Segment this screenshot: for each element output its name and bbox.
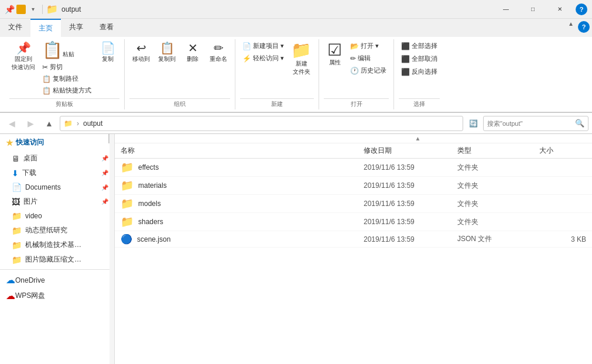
- folder-path-icon: 📁: [64, 119, 73, 128]
- forward-button[interactable]: ▶: [22, 115, 39, 132]
- table-row[interactable]: 📁 shaders 2019/11/6 13:59 文件夹: [115, 213, 592, 231]
- sidebar-item-video[interactable]: 📁 video: [0, 209, 114, 223]
- new-item-label: 新建项目 ▾: [253, 42, 284, 50]
- clipboard-label: 剪贴板: [9, 98, 119, 108]
- pin-quickaccess-label: 固定到快速访问: [12, 55, 35, 71]
- col-header-size[interactable]: 大小: [539, 146, 586, 156]
- back-button[interactable]: ◀: [4, 115, 20, 132]
- minimize-button[interactable]: —: [492, 0, 519, 19]
- name-header-text: 名称: [121, 146, 135, 156]
- table-row[interactable]: 📁 models 2019/11/6 13:59 文件夹: [115, 195, 592, 213]
- sidebar-item-wps[interactable]: ☁ WPS网盘: [0, 288, 114, 304]
- copy-icon: 📄: [101, 42, 115, 54]
- close-button[interactable]: ✕: [546, 0, 573, 19]
- table-row[interactable]: 📁 effects 2019/11/6 13:59 文件夹: [115, 159, 592, 177]
- edit-button[interactable]: ✏ 编辑: [348, 53, 389, 64]
- pin-quickaccess-button[interactable]: 📌 固定到快速访问: [9, 40, 37, 73]
- pictures-label: 图片: [23, 197, 37, 207]
- separator: [42, 5, 43, 14]
- address-path[interactable]: 📁 › output: [60, 116, 463, 131]
- delete-icon: ✕: [188, 42, 198, 54]
- sidebar-item-onedrive[interactable]: ☁ OneDrive: [0, 272, 114, 288]
- paste-shortcut-icon: 📋: [42, 87, 51, 95]
- open-small-col: 📂 打开 ▾ ✏ 编辑 🕐 历史记录: [348, 40, 389, 76]
- new-folder-button[interactable]: 📁 新建文件夹: [289, 40, 314, 78]
- pin-icon: 📌: [5, 5, 14, 14]
- sidebar-divider: [0, 269, 114, 270]
- desktop-label: 桌面: [23, 153, 37, 163]
- col-header-type[interactable]: 类型: [457, 146, 539, 156]
- tab-share[interactable]: 共享: [61, 19, 91, 37]
- tab-home[interactable]: 主页: [30, 19, 61, 37]
- sidebar-item-desktop[interactable]: 🖥 桌面 📌: [0, 151, 114, 166]
- invert-label: 反向选择: [412, 67, 437, 76]
- sidebar-scrollbar[interactable]: [109, 134, 114, 364]
- properties-button[interactable]: ☑ 属性: [324, 40, 345, 68]
- new-item-button[interactable]: 📄 新建项目 ▾: [240, 40, 286, 51]
- properties-label: 属性: [329, 59, 341, 67]
- help-button[interactable]: ?: [576, 4, 587, 15]
- select-all-button[interactable]: ⬛ 全部选择: [399, 40, 440, 51]
- paste-shortcut-label: 粘贴快捷方式: [53, 86, 91, 95]
- folder-icon: 📁: [47, 5, 57, 14]
- quick-access-header[interactable]: ★ 快速访问: [0, 134, 114, 151]
- sidebar: ▲ ★ 快速访问 🖥 桌面 📌 ⬇ 下载 📌 📄 Documents 📌 🖼 图…: [0, 134, 115, 364]
- delete-label: 删除: [187, 55, 199, 63]
- move-to-button[interactable]: ↩ 移动到: [129, 40, 153, 65]
- title-bar: 📌 ▾ 📁 output — □ ✕ ?: [0, 0, 592, 19]
- col-header-date[interactable]: 修改日期: [364, 146, 457, 156]
- copy-button[interactable]: 📄 复制: [96, 40, 119, 65]
- easy-access-button[interactable]: ⚡ 轻松访问 ▾: [240, 53, 286, 64]
- sidebar-item-documents[interactable]: 📄 Documents 📌: [0, 180, 114, 194]
- col-header-name[interactable]: 名称: [121, 146, 364, 156]
- tab-spacer: [122, 19, 566, 37]
- file-type-effects: 文件夹: [457, 163, 539, 173]
- delete-button[interactable]: ✕ 删除: [181, 40, 204, 65]
- search-input[interactable]: [487, 120, 575, 127]
- onedrive-label: OneDrive: [15, 276, 45, 284]
- open-button[interactable]: 📂 打开 ▾: [348, 40, 389, 51]
- downloads-icon: ⬇: [12, 169, 19, 178]
- file-size-scene: 3 KB: [539, 235, 586, 243]
- table-row[interactable]: 🔵 scene.json 2019/11/6 13:59 JSON 文件 3 K…: [115, 231, 592, 248]
- organize-items: ↩ 移动到 📋 复制到 ✕ 删除 ✏ 重命名: [129, 40, 230, 96]
- paste-button[interactable]: 📋 粘贴: [40, 40, 94, 60]
- rename-button[interactable]: ✏ 重命名: [207, 40, 230, 65]
- up-button[interactable]: ▲: [41, 115, 57, 132]
- file-date-models: 2019/11/6 13:59: [364, 200, 457, 208]
- group-organize: ↩ 移动到 📋 复制到 ✕ 删除 ✏ 重命名 组织: [125, 39, 235, 109]
- sidebar-item-downloads[interactable]: ⬇ 下载 📌: [0, 166, 114, 180]
- maximize-button[interactable]: □: [519, 0, 546, 19]
- tab-view[interactable]: 查看: [91, 19, 122, 37]
- select-all-label: 全部选择: [412, 42, 437, 50]
- ribbon-help-button[interactable]: ?: [578, 21, 590, 33]
- sidebar-item-mechanical[interactable]: 📁 机械制造技术基…: [0, 238, 114, 252]
- move-to-label: 移动到: [132, 55, 150, 63]
- search-icon[interactable]: 🔍: [575, 119, 584, 128]
- open-label: 打开 ▾: [361, 42, 379, 50]
- sidebar-item-pictures[interactable]: 🖼 图片 📌: [0, 194, 114, 209]
- cut-button[interactable]: ✂ 剪切: [40, 61, 94, 73]
- copy-to-button[interactable]: 📋 复制到: [155, 40, 179, 65]
- ribbon-scroll-up[interactable]: ▲: [566, 19, 576, 28]
- search-box[interactable]: 🔍: [483, 116, 588, 131]
- copy-path-button[interactable]: 📋 复制路径: [40, 73, 94, 84]
- file-name-materials: materials: [138, 181, 364, 190]
- copy-to-label: 复制到: [158, 55, 176, 63]
- mechanical-label: 机械制造技术基…: [25, 240, 81, 250]
- refresh-button[interactable]: 🔄: [466, 116, 481, 131]
- deselect-icon: ⬛: [401, 55, 410, 63]
- invert-selection-button[interactable]: ⬛ 反向选择: [399, 66, 440, 77]
- paste-shortcut-button[interactable]: 📋 粘贴快捷方式: [40, 85, 94, 96]
- ribbon-tabs: 文件 主页 共享 查看 ▲ ?: [0, 19, 592, 37]
- history-button[interactable]: 🕐 历史记录: [348, 65, 389, 76]
- deselect-button[interactable]: ⬛ 全部取消: [399, 53, 440, 64]
- sort-arrow-area: ▲: [115, 134, 592, 143]
- folder-icon-models: 📁: [121, 197, 134, 210]
- table-row[interactable]: 📁 materials 2019/11/6 13:59 文件夹: [115, 177, 592, 195]
- copy-path-label: 复制路径: [53, 74, 78, 83]
- sidebar-item-wallpaper[interactable]: 📁 动态壁纸研究: [0, 223, 114, 238]
- sort-arrow[interactable]: ▲: [415, 135, 421, 142]
- tab-file[interactable]: 文件: [0, 19, 30, 37]
- sidebar-item-hidden[interactable]: 📁 图片隐藏压缩文…: [0, 252, 114, 267]
